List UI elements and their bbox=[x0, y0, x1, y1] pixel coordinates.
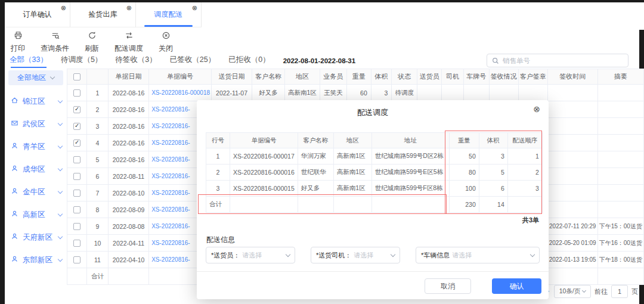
cell-salesman: 王笑天 bbox=[320, 85, 346, 101]
row-checkbox[interactable] bbox=[73, 240, 80, 247]
toolbar-button-refresh[interactable]: 刷新 bbox=[85, 31, 99, 54]
search-box[interactable] bbox=[487, 54, 628, 67]
all-region-dropdown[interactable]: 全部地区 bbox=[8, 70, 63, 85]
cell-customer: 世纪联华 bbox=[298, 165, 333, 181]
select-label: *车辆信息 bbox=[421, 251, 450, 260]
cell-driver bbox=[442, 85, 463, 101]
user-icon bbox=[11, 187, 18, 197]
row-checkbox-cell bbox=[67, 235, 87, 252]
cell-note: 下午18：00送货 bbox=[597, 252, 643, 268]
page-unit-label: 页 bbox=[631, 287, 638, 296]
select-deliverer[interactable]: *送货员：请选择 bbox=[206, 247, 295, 263]
sidebar-item-label: 金牛区 bbox=[23, 187, 54, 197]
row-checkbox[interactable] bbox=[73, 89, 80, 97]
row-checkbox[interactable] bbox=[73, 123, 80, 130]
tab-label: 捡货出库 bbox=[89, 10, 117, 20]
tab-close-icon[interactable]: ⊗ bbox=[61, 5, 66, 11]
cell-index: 3 bbox=[86, 118, 108, 135]
sidebar-item-region-8[interactable]: 东部新区 bbox=[5, 249, 67, 271]
sidebar-item-region-3[interactable]: 青羊区 bbox=[5, 135, 67, 158]
sidebar-item-region-5[interactable]: 金牛区 bbox=[5, 181, 67, 203]
cancel-button[interactable]: 取消 bbox=[425, 278, 471, 294]
cell-doc_date: 2022-08-08 bbox=[109, 218, 149, 235]
row-checkbox[interactable] bbox=[73, 256, 80, 263]
page-size-label: 10条/页 bbox=[559, 287, 581, 296]
select-all-checkbox[interactable] bbox=[73, 73, 80, 80]
chevron-down-icon bbox=[582, 289, 586, 293]
chevron-down-icon bbox=[50, 75, 55, 79]
cell-doc-no: XS-20220816-000015 bbox=[230, 181, 298, 197]
tab-2[interactable]: 捡货出库⊗ bbox=[70, 2, 136, 27]
status-filter-4[interactable]: 已签收（25） bbox=[170, 55, 215, 67]
status-filter-tabs: 全部（33）待调度（5）待签收（3）已签收（25）已拒收（0） bbox=[10, 55, 270, 67]
cell-index: 11 bbox=[86, 252, 108, 268]
row-checkbox[interactable] bbox=[73, 173, 80, 180]
total-empty-cell bbox=[547, 268, 597, 285]
cell-volume: 3 bbox=[371, 85, 392, 101]
cell-index: 5 bbox=[86, 151, 108, 168]
modal-total-empty bbox=[298, 197, 333, 213]
cell-note bbox=[597, 168, 643, 185]
select-vehicle[interactable]: *车辆信息请选择 bbox=[416, 247, 540, 263]
cell-plate bbox=[463, 85, 489, 101]
tab-label: 订单确认 bbox=[23, 10, 52, 20]
status-filter-1[interactable]: 全部（33） bbox=[10, 55, 48, 67]
cell-index: 4 bbox=[86, 135, 108, 151]
status-filter-2[interactable]: 待调度（5） bbox=[61, 55, 102, 67]
cell-weight: 60 bbox=[346, 85, 371, 101]
status-filter-5[interactable]: 已拒收（0） bbox=[228, 55, 270, 67]
cell-doc_date: 2022-08-09 bbox=[109, 201, 149, 218]
table-header-row: 单据日期单据编号送货日期客户名称地区业务员重量体积状态送货员司机车牌号签收情况客… bbox=[67, 69, 644, 85]
row-checkbox[interactable] bbox=[73, 190, 80, 197]
page-number-input[interactable] bbox=[611, 285, 628, 298]
cell-sign_time bbox=[547, 101, 597, 118]
tab-close-icon[interactable]: ⊗ bbox=[192, 5, 197, 11]
select-label: *送货司机： bbox=[316, 251, 351, 260]
modal-close-icon[interactable]: ⊗ bbox=[533, 105, 540, 113]
row-checkbox-cell bbox=[67, 151, 87, 168]
toolbar-button-close-circle[interactable]: 关闭 bbox=[159, 31, 173, 54]
select-label: *送货员： bbox=[211, 251, 240, 260]
user-icon bbox=[11, 165, 18, 174]
page-size-select[interactable]: 10条/页 bbox=[554, 285, 591, 298]
toolbar-button-filter-search[interactable]: 查询条件 bbox=[41, 31, 69, 54]
cell-doc_no[interactable]: XS-20220816-000018 bbox=[149, 85, 212, 101]
row-checkbox[interactable] bbox=[73, 206, 80, 213]
status-filter-3[interactable]: 待签收（3） bbox=[115, 55, 156, 67]
sidebar-item-region-2[interactable]: 武侯区 bbox=[5, 113, 67, 135]
search-input[interactable] bbox=[503, 57, 623, 64]
modal-header-cell: 地址 bbox=[371, 133, 449, 148]
row-checkbox[interactable] bbox=[73, 139, 80, 147]
select-driver[interactable]: *送货司机：请选择 bbox=[311, 247, 400, 263]
sidebar-item-region-7[interactable]: 天府新区 bbox=[5, 226, 67, 249]
chevron-down-icon bbox=[58, 143, 63, 148]
pagination: > 10条/页 前往 页 bbox=[544, 285, 638, 298]
modal-table-header-row: 行号单据编号客户名称地区地址重量体积配送顺序 bbox=[206, 133, 543, 148]
tab-1[interactable]: 订单确认⊗ bbox=[5, 2, 70, 27]
cell-sign_time bbox=[547, 168, 597, 185]
row-checkbox[interactable] bbox=[73, 156, 80, 163]
cell-note bbox=[597, 101, 643, 118]
sidebar-item-label: 东部新区 bbox=[23, 255, 54, 265]
cell-weight: 80 bbox=[449, 165, 479, 181]
sidebar-item-region-4[interactable]: 成华区 bbox=[5, 158, 67, 181]
cell-note bbox=[597, 85, 643, 101]
cell-sign_time bbox=[547, 118, 597, 135]
sidebar-item-region-1[interactable]: 锦江区 bbox=[5, 90, 67, 113]
toolbar-button-dispatch[interactable]: 配送调度 bbox=[114, 31, 143, 54]
row-checkbox[interactable] bbox=[73, 106, 80, 113]
select-placeholder: 请选择 bbox=[354, 251, 389, 260]
user-icon bbox=[11, 142, 18, 151]
chevron-down-icon bbox=[58, 120, 63, 125]
sidebar-item-region-6[interactable]: 高新区 bbox=[5, 203, 67, 226]
cell-note bbox=[597, 201, 643, 218]
row-checkbox[interactable] bbox=[73, 223, 80, 230]
cell-doc-no: XS-20220816-000016 bbox=[230, 165, 298, 181]
sidebar-item-label: 青羊区 bbox=[23, 142, 54, 152]
tab-3[interactable]: 调度配送⊗ bbox=[136, 2, 202, 27]
tab-close-icon[interactable]: ⊗ bbox=[126, 5, 132, 11]
confirm-button[interactable]: 确认 bbox=[492, 278, 541, 294]
cell-sign_time bbox=[547, 151, 597, 168]
toolbar-button-printer[interactable]: 打印 bbox=[11, 31, 25, 54]
delivery-info-selects: *送货员：请选择*送货司机：请选择*车辆信息请选择 bbox=[206, 247, 540, 263]
